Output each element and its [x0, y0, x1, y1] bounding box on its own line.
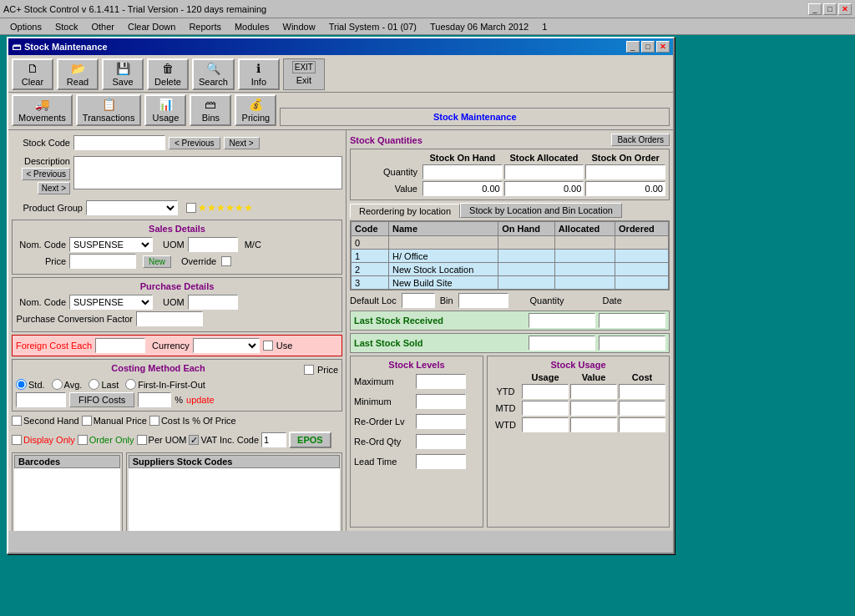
transactions-button[interactable]: 📋 Transactions [76, 94, 142, 126]
exit-button[interactable]: EXIT Exit [283, 58, 325, 90]
stock-by-location-tab[interactable]: Stock by Location and Bin Location [460, 203, 622, 218]
flag-checkbox[interactable] [186, 203, 196, 213]
last-radio-item[interactable]: Last [89, 379, 119, 390]
prev-button-stockcode[interactable]: < Previous [169, 137, 220, 149]
wtd-cost-input[interactable] [619, 417, 665, 432]
menu-trialsystem[interactable]: Trial System - 01 (07) [322, 20, 423, 33]
last-radio[interactable] [89, 379, 99, 390]
mtd-cost-input[interactable] [619, 401, 665, 416]
val-on-hand-input[interactable] [422, 181, 503, 196]
display-only-check[interactable]: Display Only [12, 435, 75, 445]
wtd-value-input[interactable] [570, 417, 617, 432]
bins-button[interactable]: 🗃 Bins [190, 94, 231, 126]
code-input[interactable] [261, 432, 286, 447]
sales-nom-select[interactable]: SUSPENSE [69, 237, 153, 252]
vat-inc-check[interactable]: ✓ VAT Inc. [189, 435, 234, 445]
win-minimize[interactable]: _ [626, 41, 640, 53]
order-only-check[interactable]: Order Only [78, 435, 134, 445]
maximum-input[interactable] [416, 374, 466, 389]
main-content: Stock Code < Previous Next > Description… [8, 130, 673, 531]
menu-options[interactable]: Options [3, 20, 48, 33]
second-hand-check[interactable]: Second Hand [12, 416, 79, 426]
delete-button[interactable]: 🗑 Delete [147, 58, 189, 90]
app-close[interactable]: ✕ [838, 3, 852, 15]
ytd-usage-input[interactable] [522, 384, 569, 399]
override-checkbox[interactable] [221, 256, 231, 266]
default-loc-input[interactable] [402, 293, 435, 308]
last-received-date-input[interactable] [529, 313, 595, 328]
percent-input[interactable] [138, 392, 171, 407]
avg-radio[interactable] [52, 379, 63, 390]
lead-time-input[interactable] [416, 454, 466, 469]
ytd-value-input[interactable] [570, 384, 617, 399]
bin-input[interactable] [458, 293, 508, 308]
val-allocated-input[interactable] [504, 181, 584, 196]
price-checkbox[interactable] [304, 365, 314, 375]
qty-allocated-input[interactable] [504, 164, 584, 179]
new-price-button[interactable]: New [143, 255, 171, 268]
sales-price-input[interactable] [69, 254, 136, 269]
reorder-lv-input[interactable] [416, 414, 466, 429]
minimum-input[interactable] [416, 394, 466, 409]
next-button-stockcode[interactable]: Next > [224, 137, 260, 149]
qty-on-order-input[interactable] [585, 164, 665, 179]
epos-button[interactable]: EPOS [289, 432, 331, 448]
product-group-select[interactable] [86, 200, 178, 215]
mtd-value-input[interactable] [570, 401, 617, 416]
usage-button[interactable]: 📊 Usage [144, 94, 186, 126]
cost-value-input[interactable] [16, 392, 66, 407]
read-button[interactable]: 📂 Read [57, 58, 99, 90]
last-received-value-input[interactable] [599, 313, 665, 328]
purch-uom-input[interactable] [188, 295, 238, 310]
menu-modules[interactable]: Modules [228, 20, 276, 33]
back-orders-button[interactable]: Back Orders [611, 134, 670, 146]
ytd-cost-input[interactable] [619, 384, 665, 399]
val-on-order-input[interactable] [585, 181, 665, 196]
per-uom-check[interactable]: Per UOM [137, 435, 187, 445]
cost-is-pct-check[interactable]: Cost Is % Of Price [149, 416, 236, 426]
std-radio[interactable] [16, 379, 27, 390]
app-maximize[interactable]: □ [823, 3, 837, 15]
menu-reports[interactable]: Reports [182, 20, 228, 33]
row1-name: H/ Office [389, 250, 498, 263]
sales-uom-input[interactable] [188, 237, 238, 252]
std-radio-item[interactable]: Std. [16, 379, 45, 390]
prev-button-desc[interactable]: < Previous [22, 168, 70, 180]
last-sold-value-input[interactable] [599, 336, 665, 351]
menu-other[interactable]: Other [84, 20, 121, 33]
fifo-radio-item[interactable]: First-In-First-Out [125, 379, 205, 390]
currency-select[interactable] [193, 338, 260, 353]
menu-window[interactable]: Window [276, 20, 322, 33]
reord-qty-input[interactable] [416, 434, 466, 449]
win-close[interactable]: ✕ [656, 41, 670, 53]
reorder-by-location-tab[interactable]: Reordering by location [350, 204, 460, 218]
foreign-cost-input[interactable] [95, 338, 145, 353]
app-minimize[interactable]: _ [808, 3, 822, 15]
menu-cleardown[interactable]: Clear Down [121, 20, 182, 33]
menu-stock[interactable]: Stock [48, 20, 85, 33]
manual-price-check[interactable]: Manual Price [82, 416, 147, 426]
use-checkbox[interactable] [263, 341, 273, 351]
movements-button[interactable]: 🚚 Movements [12, 94, 73, 126]
purch-uom-label: UOM [163, 297, 185, 307]
purch-pcf-input[interactable] [136, 311, 203, 326]
win-restore[interactable]: □ [641, 41, 655, 53]
avg-radio-item[interactable]: Avg. [52, 379, 83, 390]
clear-button[interactable]: 🗋 Clear [12, 58, 53, 90]
purch-nom-select[interactable]: SUSPENSE [69, 295, 153, 310]
next-button-desc[interactable]: Next > [38, 182, 70, 194]
fifo-radio[interactable] [125, 379, 136, 390]
last-sold-date-input[interactable] [529, 336, 595, 351]
fifo-costs-button[interactable]: FIFO Costs [69, 392, 134, 407]
stock-code-input[interactable] [73, 135, 165, 150]
search-button[interactable]: 🔍 Search [192, 58, 235, 90]
mtd-usage-input[interactable] [522, 401, 569, 416]
qty-on-hand-input[interactable] [422, 164, 503, 179]
sales-uom-label: UOM [163, 240, 185, 250]
pricing-button[interactable]: 💰 Pricing [235, 94, 276, 126]
wtd-usage-input[interactable] [522, 417, 569, 432]
save-button[interactable]: 💾 Save [102, 58, 144, 90]
description-row: Description < Previous Next > [12, 154, 342, 196]
info-button[interactable]: ℹ Info [238, 58, 280, 90]
description-textarea[interactable] [73, 156, 342, 189]
